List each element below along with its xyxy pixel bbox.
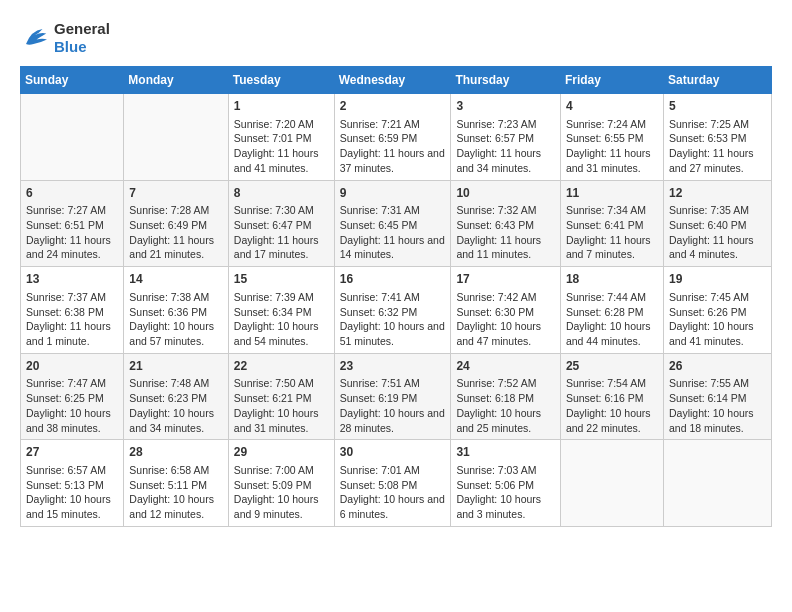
day-info: Daylight: 10 hours and 9 minutes. bbox=[234, 492, 329, 521]
calendar-cell: 8Sunrise: 7:30 AMSunset: 6:47 PMDaylight… bbox=[228, 180, 334, 267]
calendar-header-row: SundayMondayTuesdayWednesdayThursdayFrid… bbox=[21, 67, 772, 94]
column-header-wednesday: Wednesday bbox=[334, 67, 451, 94]
day-info: Sunrise: 7:39 AM bbox=[234, 290, 329, 305]
column-header-sunday: Sunday bbox=[21, 67, 124, 94]
calendar-cell: 5Sunrise: 7:25 AMSunset: 6:53 PMDaylight… bbox=[663, 94, 771, 181]
day-number: 3 bbox=[456, 98, 555, 115]
calendar-cell: 11Sunrise: 7:34 AMSunset: 6:41 PMDayligh… bbox=[560, 180, 663, 267]
day-info: Daylight: 10 hours and 15 minutes. bbox=[26, 492, 118, 521]
logo-icon bbox=[20, 23, 50, 53]
calendar-cell: 30Sunrise: 7:01 AMSunset: 5:08 PMDayligh… bbox=[334, 440, 451, 527]
calendar-cell: 19Sunrise: 7:45 AMSunset: 6:26 PMDayligh… bbox=[663, 267, 771, 354]
day-info: Daylight: 11 hours and 27 minutes. bbox=[669, 146, 766, 175]
day-info: Daylight: 11 hours and 14 minutes. bbox=[340, 233, 446, 262]
column-header-tuesday: Tuesday bbox=[228, 67, 334, 94]
day-info: Sunset: 6:49 PM bbox=[129, 218, 222, 233]
day-info: Sunset: 6:16 PM bbox=[566, 391, 658, 406]
day-info: Sunset: 6:59 PM bbox=[340, 131, 446, 146]
day-info: Daylight: 11 hours and 37 minutes. bbox=[340, 146, 446, 175]
calendar-cell: 31Sunrise: 7:03 AMSunset: 5:06 PMDayligh… bbox=[451, 440, 561, 527]
calendar-cell: 28Sunrise: 6:58 AMSunset: 5:11 PMDayligh… bbox=[124, 440, 228, 527]
day-info: Sunrise: 7:03 AM bbox=[456, 463, 555, 478]
day-number: 26 bbox=[669, 358, 766, 375]
calendar-cell: 24Sunrise: 7:52 AMSunset: 6:18 PMDayligh… bbox=[451, 353, 561, 440]
day-info: Sunrise: 7:41 AM bbox=[340, 290, 446, 305]
day-info: Sunrise: 6:58 AM bbox=[129, 463, 222, 478]
calendar-week-row: 27Sunrise: 6:57 AMSunset: 5:13 PMDayligh… bbox=[21, 440, 772, 527]
day-number: 11 bbox=[566, 185, 658, 202]
day-info: Sunrise: 7:28 AM bbox=[129, 203, 222, 218]
day-number: 19 bbox=[669, 271, 766, 288]
day-info: Daylight: 10 hours and 34 minutes. bbox=[129, 406, 222, 435]
day-info: Daylight: 11 hours and 41 minutes. bbox=[234, 146, 329, 175]
calendar-cell: 2Sunrise: 7:21 AMSunset: 6:59 PMDaylight… bbox=[334, 94, 451, 181]
day-info: Sunset: 5:08 PM bbox=[340, 478, 446, 493]
day-number: 31 bbox=[456, 444, 555, 461]
logo-text: General Blue bbox=[54, 20, 110, 56]
day-info: Sunrise: 7:34 AM bbox=[566, 203, 658, 218]
calendar-cell: 7Sunrise: 7:28 AMSunset: 6:49 PMDaylight… bbox=[124, 180, 228, 267]
calendar-cell: 13Sunrise: 7:37 AMSunset: 6:38 PMDayligh… bbox=[21, 267, 124, 354]
day-number: 7 bbox=[129, 185, 222, 202]
calendar-cell bbox=[21, 94, 124, 181]
page-header: General Blue bbox=[20, 20, 772, 56]
logo: General Blue bbox=[20, 20, 110, 56]
column-header-thursday: Thursday bbox=[451, 67, 561, 94]
column-header-friday: Friday bbox=[560, 67, 663, 94]
calendar-cell: 3Sunrise: 7:23 AMSunset: 6:57 PMDaylight… bbox=[451, 94, 561, 181]
day-info: Sunset: 6:55 PM bbox=[566, 131, 658, 146]
day-number: 9 bbox=[340, 185, 446, 202]
calendar-cell: 16Sunrise: 7:41 AMSunset: 6:32 PMDayligh… bbox=[334, 267, 451, 354]
day-info: Sunrise: 7:00 AM bbox=[234, 463, 329, 478]
calendar-cell bbox=[560, 440, 663, 527]
day-info: Sunset: 6:34 PM bbox=[234, 305, 329, 320]
day-info: Daylight: 10 hours and 51 minutes. bbox=[340, 319, 446, 348]
day-info: Sunrise: 7:50 AM bbox=[234, 376, 329, 391]
day-info: Sunset: 6:28 PM bbox=[566, 305, 658, 320]
day-number: 29 bbox=[234, 444, 329, 461]
day-number: 12 bbox=[669, 185, 766, 202]
day-info: Sunset: 6:45 PM bbox=[340, 218, 446, 233]
day-info: Daylight: 11 hours and 1 minute. bbox=[26, 319, 118, 348]
day-info: Sunset: 6:21 PM bbox=[234, 391, 329, 406]
day-info: Daylight: 11 hours and 24 minutes. bbox=[26, 233, 118, 262]
calendar-cell: 10Sunrise: 7:32 AMSunset: 6:43 PMDayligh… bbox=[451, 180, 561, 267]
day-info: Daylight: 11 hours and 34 minutes. bbox=[456, 146, 555, 175]
day-info: Daylight: 10 hours and 38 minutes. bbox=[26, 406, 118, 435]
day-info: Sunrise: 7:48 AM bbox=[129, 376, 222, 391]
day-info: Sunset: 5:09 PM bbox=[234, 478, 329, 493]
day-info: Daylight: 11 hours and 11 minutes. bbox=[456, 233, 555, 262]
day-info: Sunset: 6:18 PM bbox=[456, 391, 555, 406]
day-number: 18 bbox=[566, 271, 658, 288]
column-header-monday: Monday bbox=[124, 67, 228, 94]
calendar-cell: 22Sunrise: 7:50 AMSunset: 6:21 PMDayligh… bbox=[228, 353, 334, 440]
day-info: Sunset: 6:23 PM bbox=[129, 391, 222, 406]
day-info: Daylight: 10 hours and 31 minutes. bbox=[234, 406, 329, 435]
day-info: Sunrise: 7:30 AM bbox=[234, 203, 329, 218]
day-info: Daylight: 10 hours and 47 minutes. bbox=[456, 319, 555, 348]
day-info: Daylight: 10 hours and 3 minutes. bbox=[456, 492, 555, 521]
day-number: 10 bbox=[456, 185, 555, 202]
column-header-saturday: Saturday bbox=[663, 67, 771, 94]
day-info: Sunset: 5:11 PM bbox=[129, 478, 222, 493]
day-number: 1 bbox=[234, 98, 329, 115]
day-info: Daylight: 10 hours and 25 minutes. bbox=[456, 406, 555, 435]
day-info: Sunrise: 7:38 AM bbox=[129, 290, 222, 305]
day-info: Daylight: 11 hours and 31 minutes. bbox=[566, 146, 658, 175]
day-info: Sunset: 6:36 PM bbox=[129, 305, 222, 320]
day-info: Sunrise: 7:27 AM bbox=[26, 203, 118, 218]
day-info: Sunset: 6:38 PM bbox=[26, 305, 118, 320]
day-info: Sunset: 6:26 PM bbox=[669, 305, 766, 320]
calendar-cell: 12Sunrise: 7:35 AMSunset: 6:40 PMDayligh… bbox=[663, 180, 771, 267]
calendar-cell: 6Sunrise: 7:27 AMSunset: 6:51 PMDaylight… bbox=[21, 180, 124, 267]
day-info: Sunrise: 7:45 AM bbox=[669, 290, 766, 305]
day-number: 24 bbox=[456, 358, 555, 375]
day-number: 21 bbox=[129, 358, 222, 375]
calendar-cell: 23Sunrise: 7:51 AMSunset: 6:19 PMDayligh… bbox=[334, 353, 451, 440]
day-number: 8 bbox=[234, 185, 329, 202]
day-info: Daylight: 10 hours and 18 minutes. bbox=[669, 406, 766, 435]
day-info: Daylight: 10 hours and 22 minutes. bbox=[566, 406, 658, 435]
calendar-cell: 1Sunrise: 7:20 AMSunset: 7:01 PMDaylight… bbox=[228, 94, 334, 181]
day-number: 16 bbox=[340, 271, 446, 288]
day-info: Sunset: 6:40 PM bbox=[669, 218, 766, 233]
